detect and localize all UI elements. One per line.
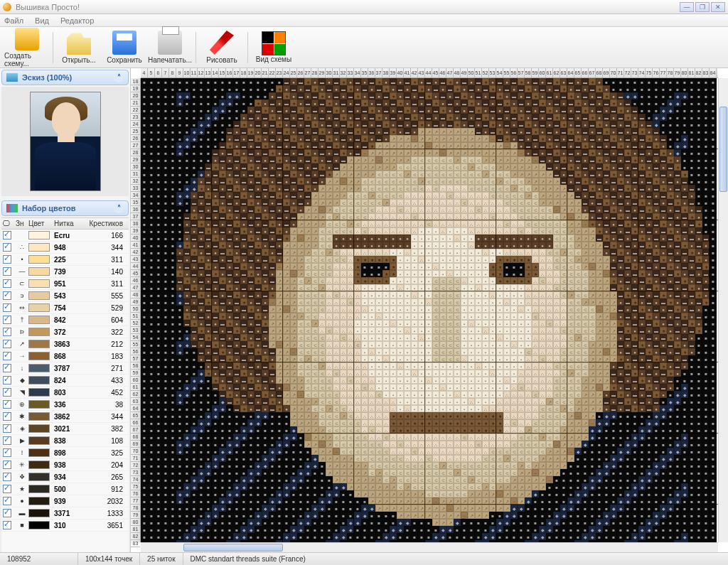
- color-row[interactable]: ↗3863212: [1, 338, 129, 350]
- check-icon[interactable]: [3, 243, 11, 252]
- menu-editor[interactable]: Редактор: [60, 16, 94, 25]
- color-row[interactable]: ⊕33638: [1, 399, 129, 411]
- color-row[interactable]: —739140: [1, 266, 129, 278]
- check-icon[interactable]: [3, 473, 11, 481]
- thread-code: 842: [54, 316, 82, 324]
- check-icon[interactable]: [3, 461, 11, 469]
- color-row[interactable]: ⊂951311: [1, 278, 129, 290]
- status-bar: 108952 100x144 точек 25 ниток DMC standa…: [0, 552, 728, 565]
- color-symbol: ▶: [16, 437, 28, 444]
- scheme-view-button[interactable]: Вид схемы: [251, 28, 296, 68]
- open-button[interactable]: Открыть...: [56, 28, 102, 68]
- check-icon[interactable]: [3, 231, 11, 240]
- color-symbol: ∴: [16, 244, 28, 251]
- stitch-count: 204: [82, 461, 127, 469]
- check-icon[interactable]: [3, 364, 11, 372]
- color-swatch: [28, 436, 50, 445]
- stitch-count: 344: [82, 244, 127, 252]
- print-button[interactable]: Напечатать...: [147, 28, 193, 68]
- scrollbar-horizontal[interactable]: [141, 542, 718, 552]
- separator: [196, 32, 196, 63]
- color-row[interactable]: ▬33711333: [1, 507, 129, 520]
- color-symbol: ▬: [16, 510, 28, 517]
- thread-code: 824: [54, 377, 82, 384]
- sketch-panel-header[interactable]: Эскиз (100%) ˄: [1, 70, 129, 85]
- color-row[interactable]: →868183: [1, 350, 129, 362]
- check-icon[interactable]: [3, 340, 11, 348]
- color-row[interactable]: ✳938204: [1, 459, 129, 471]
- color-row[interactable]: ★500912: [1, 483, 129, 495]
- check-icon[interactable]: [3, 303, 11, 312]
- color-row[interactable]: •225311: [1, 254, 129, 266]
- check-icon[interactable]: [3, 352, 11, 360]
- image-icon: [6, 73, 18, 82]
- check-icon[interactable]: [3, 400, 11, 409]
- check-icon[interactable]: [3, 485, 11, 493]
- color-row[interactable]: Ecru166: [1, 230, 129, 242]
- color-row[interactable]: ◥803452: [1, 387, 129, 399]
- chevron-up-icon[interactable]: ˄: [114, 203, 124, 213]
- save-button[interactable]: Сохранить: [102, 28, 147, 68]
- color-swatch: [28, 497, 50, 505]
- scroll-thumb[interactable]: [719, 107, 727, 192]
- color-symbol: ◈: [16, 425, 28, 432]
- maximize-button[interactable]: ❐: [695, 2, 710, 12]
- draw-button[interactable]: Рисовать: [199, 28, 245, 68]
- check-icon[interactable]: [3, 424, 11, 433]
- chevron-up-icon[interactable]: ˄: [114, 72, 124, 82]
- create-scheme-button[interactable]: Создать схему...: [4, 28, 50, 68]
- color-swatch: [28, 279, 50, 288]
- check-icon[interactable]: [3, 412, 11, 421]
- color-row[interactable]: ◆824433: [1, 375, 129, 387]
- check-icon[interactable]: [3, 328, 11, 336]
- pattern-grid[interactable]: ■■■■■■■■■■■■■■■■■■■■▬●▬★●▬●▬★●▬●▬★●▬●▬★●…: [141, 78, 718, 542]
- color-row[interactable]: !898325: [1, 447, 129, 459]
- thread-code: Ecru: [54, 232, 82, 240]
- check-icon[interactable]: [3, 521, 11, 529]
- color-symbol: э: [16, 292, 28, 299]
- check-icon[interactable]: [3, 291, 11, 300]
- color-row[interactable]: †842604: [1, 314, 129, 326]
- check-icon[interactable]: [3, 497, 11, 505]
- check-icon[interactable]: [3, 376, 11, 384]
- scroll-thumb[interactable]: [183, 544, 283, 551]
- color-row[interactable]: ●9392032: [1, 495, 129, 507]
- color-symbol: Þ: [16, 328, 28, 335]
- color-row[interactable]: ↓3787271: [1, 362, 129, 375]
- check-icon[interactable]: [3, 388, 11, 397]
- scrollbar-vertical[interactable]: [718, 78, 728, 542]
- color-row[interactable]: ■3103651: [1, 520, 129, 532]
- menu-view[interactable]: Вид: [35, 16, 49, 25]
- check-icon[interactable]: [3, 448, 11, 457]
- menu-file[interactable]: Файл: [4, 16, 23, 25]
- thread-code: 754: [54, 304, 82, 312]
- color-list-body: Ecru166∴948344•225311—739140⊂951311э5435…: [1, 230, 129, 532]
- color-row[interactable]: ▶838108: [1, 435, 129, 447]
- color-symbol: ■: [16, 522, 28, 529]
- colors-panel-header[interactable]: Набор цветов ˄: [1, 200, 129, 216]
- color-row[interactable]: ⇔754529: [1, 302, 129, 314]
- color-swatch: [28, 424, 50, 433]
- stitch-count: 311: [82, 280, 127, 288]
- check-icon[interactable]: [3, 279, 11, 288]
- color-row[interactable]: ∴948344: [1, 242, 129, 254]
- color-row[interactable]: э543555: [1, 290, 129, 302]
- check-icon[interactable]: [3, 316, 11, 324]
- color-row[interactable]: ❖934265: [1, 471, 129, 483]
- color-swatch: [28, 509, 50, 517]
- color-swatch: [28, 473, 50, 481]
- color-row[interactable]: Þ372322: [1, 326, 129, 338]
- check-icon[interactable]: [3, 436, 11, 445]
- pen-icon: [210, 31, 234, 55]
- sketch-thumbnail[interactable]: [30, 92, 101, 191]
- color-row[interactable]: ✱3862344: [1, 411, 129, 423]
- stitch-count: 555: [82, 292, 127, 300]
- color-row[interactable]: ◈3021382: [1, 423, 129, 435]
- color-swatch: [28, 291, 50, 300]
- folder-open-icon: [67, 31, 91, 55]
- check-icon[interactable]: [3, 267, 11, 276]
- close-button[interactable]: ✕: [711, 2, 725, 12]
- minimize-button[interactable]: —: [680, 2, 694, 12]
- check-icon[interactable]: [3, 255, 11, 264]
- check-icon[interactable]: [3, 509, 11, 517]
